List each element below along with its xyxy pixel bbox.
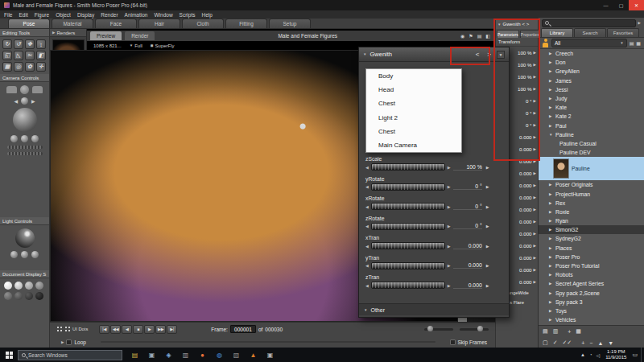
frame-range-slider[interactable] — [460, 328, 489, 331]
parameter-expand-icon[interactable]: ▶ — [534, 171, 536, 175]
library-toolbar-icon[interactable]: − — [589, 340, 592, 346]
transport-button[interactable]: |◀ — [99, 325, 109, 334]
parameter-expand-icon[interactable]: ▶ — [534, 135, 536, 139]
dial-value[interactable]: 0 ° — [453, 183, 482, 190]
dial-knob[interactable] — [371, 242, 445, 249]
library-item[interactable]: Secret Agent Series — [539, 279, 644, 288]
parameter-expand-icon[interactable]: ▶ — [534, 195, 536, 200]
parameter-expand-icon[interactable]: ▶ — [534, 99, 536, 103]
display-style-sphere[interactable] — [35, 292, 43, 300]
next-actor-arrow[interactable]: > — [485, 51, 493, 58]
dial-value[interactable]: 0.000 — [453, 282, 482, 289]
parameter-expand-icon[interactable]: ▶ — [534, 87, 536, 91]
camera-move-ball[interactable] — [21, 135, 28, 142]
dial-expand-icon[interactable]: ▶ — [486, 184, 489, 189]
face-camera-icon[interactable] — [20, 85, 29, 94]
display-style-sphere[interactable] — [4, 292, 12, 300]
library-search-input[interactable] — [551, 20, 633, 27]
dial-decrement-icon[interactable]: ◀ — [365, 283, 369, 288]
collapse-icon[interactable]: ▼ — [497, 23, 501, 27]
library-item[interactable]: ProjectHuman — [539, 189, 644, 198]
figures-category-icon[interactable] — [542, 39, 549, 47]
parameter-value[interactable]: 0.000 — [510, 279, 532, 285]
parameter-expand-icon[interactable]: ▶ — [534, 159, 536, 163]
camera-trackball[interactable] — [13, 108, 37, 132]
transport-button[interactable]: ◀◀ — [110, 325, 121, 334]
editing-tool-button[interactable]: ◱ — [2, 51, 12, 60]
library-item[interactable]: Paul — [539, 121, 644, 130]
camera-roll-ball[interactable] — [10, 135, 18, 142]
list-view-icon[interactable]: ▤ — [630, 40, 634, 46]
editing-tool-button[interactable]: ✛ — [36, 62, 46, 72]
light-trackball[interactable] — [15, 228, 35, 248]
camera-scale-ball[interactable] — [31, 135, 39, 142]
light-delete-icon[interactable] — [21, 251, 28, 258]
library-toolbar-icon[interactable]: ▲ — [597, 340, 603, 346]
parameter-expand-icon[interactable]: ▶ — [534, 220, 536, 224]
parameter-value[interactable]: 0.000 — [510, 183, 532, 188]
viewport-icon[interactable]: ⚑ — [469, 33, 473, 39]
menu-item[interactable]: Display — [77, 12, 94, 18]
editing-tool-button[interactable]: ↻ — [2, 39, 12, 49]
parameter-value[interactable]: 0 ° — [510, 110, 532, 116]
show-desktop-button[interactable] — [641, 348, 644, 362]
library-item[interactable]: Don — [539, 58, 644, 67]
menu-item[interactable]: Figure — [35, 12, 49, 18]
library-item[interactable]: SimonG2 — [539, 225, 644, 234]
dial-decrement-icon[interactable]: ◀ — [365, 224, 369, 228]
light-create-icon[interactable] — [10, 251, 18, 258]
tray-icon[interactable]: ◁ — [597, 352, 601, 358]
action-center-icon[interactable]: ▭ — [632, 352, 638, 358]
library-filter-dropdown[interactable]: All ▼ — [551, 39, 627, 47]
display-style-sphere[interactable] — [25, 282, 33, 290]
render-tab[interactable]: Render — [125, 31, 155, 40]
library-item[interactable]: Pauline Casual — [539, 139, 644, 148]
search-go-icon[interactable]: ▶ — [638, 21, 641, 25]
thumb-view-icon[interactable]: ▦ — [636, 40, 641, 46]
tray-icon[interactable]: ▲ — [580, 352, 585, 357]
library-item[interactable]: Roxie — [539, 208, 644, 216]
library-toolbar-icon[interactable]: ✓ — [553, 339, 558, 346]
dial-increment-icon[interactable]: ▶ — [448, 204, 451, 209]
actor-menu-item[interactable]: Head — [366, 83, 461, 97]
parameter-value[interactable]: 100 % — [510, 74, 532, 80]
parameter-expand-icon[interactable]: ▶ — [534, 75, 536, 79]
actor-nav-arrows[interactable]: < > — [522, 22, 529, 27]
dial-increment-icon[interactable]: ▶ — [448, 244, 451, 249]
renders-collapse-icon[interactable]: ▶ — [52, 31, 55, 35]
camera-prev-icon[interactable]: ◀ — [14, 98, 18, 104]
dial-increment-icon[interactable]: ▶ — [448, 263, 451, 268]
dial-increment-icon[interactable]: ▶ — [448, 224, 451, 228]
library-item[interactable]: Vehicles — [539, 315, 644, 324]
library-toolbar-icon[interactable]: ▥ — [553, 328, 559, 335]
editing-tool-button[interactable]: ◎ — [14, 62, 23, 72]
library-toolbar-icon[interactable]: + — [581, 340, 584, 346]
taskbar-app-icon[interactable]: ▥ — [180, 349, 192, 360]
total-frames-value[interactable]: 000030 — [265, 327, 283, 332]
library-item[interactable]: Jessi — [539, 85, 644, 94]
parameter-value[interactable]: 0.000 — [510, 158, 532, 164]
taskbar-app-icon[interactable]: ▣ — [146, 349, 158, 360]
room-tab[interactable]: Face — [95, 19, 137, 28]
collapse-icon[interactable]: ▼ — [364, 308, 367, 312]
camera-hand-right-icon[interactable] — [32, 86, 43, 93]
dial-decrement-icon[interactable]: ◀ — [365, 184, 369, 189]
library-item[interactable]: Poser Originals — [539, 180, 644, 189]
parameter-value[interactable]: 0.000 — [510, 207, 532, 212]
palette-menu-icon[interactable]: ▼ — [497, 51, 505, 59]
library-tab[interactable]: Favorites — [607, 28, 639, 37]
dial-increment-icon[interactable]: ▶ — [448, 184, 451, 189]
taskbar-app-icon[interactable]: ▤ — [129, 349, 141, 360]
parameter-value[interactable]: 0.000 — [510, 267, 532, 273]
library-item[interactable]: Robots — [539, 270, 644, 279]
dial-knob[interactable] — [371, 163, 445, 171]
library-tab[interactable]: Library — [541, 28, 573, 37]
dial-expand-icon[interactable]: ▶ — [486, 224, 489, 228]
editing-tool-button[interactable]: ✿ — [25, 62, 35, 72]
taskbar-app-icon[interactable]: ● — [196, 349, 208, 360]
menu-item[interactable]: Edit — [19, 12, 27, 18]
camera-focal-slider[interactable] — [7, 152, 43, 155]
dial-value[interactable]: 0 ° — [453, 223, 482, 229]
parameter-value[interactable]: 0 ° — [510, 98, 532, 104]
parameter-expand-icon[interactable]: ▶ — [534, 51, 536, 55]
